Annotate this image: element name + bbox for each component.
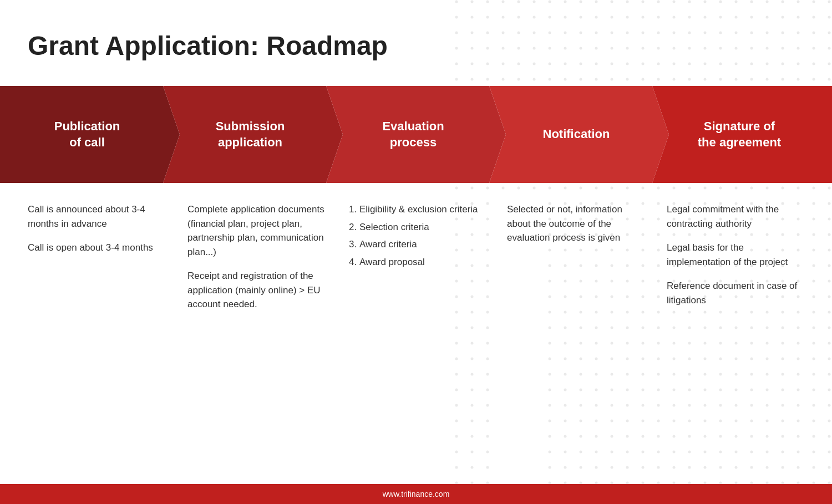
eval-item-2: Selection criteria: [359, 220, 485, 235]
banner-step-publication: Publicationof call: [0, 86, 180, 183]
col4-para1: Selected or not, information about the o…: [507, 202, 645, 245]
eval-item-4: Award proposal: [359, 255, 485, 269]
col-publication: Call is announced about 3-4 months in ad…: [17, 202, 176, 322]
col5-para1: Legal commitment with the contracting au…: [667, 202, 804, 231]
banner-step-notification: Notification: [489, 86, 669, 183]
banner-step-submission: Submissionapplication: [163, 86, 343, 183]
step-publication-label: Publicationof call: [54, 119, 120, 150]
col-evaluation: Eligibility & exclusion criteria Selecti…: [336, 202, 496, 322]
eval-item-3: Award criteria: [359, 237, 485, 252]
page-title: Grant Application: Roadmap: [28, 30, 388, 61]
evaluation-list: Eligibility & exclusion criteria Selecti…: [347, 202, 485, 269]
eval-item-1: Eligibility & exclusion criteria: [359, 202, 485, 217]
banner-step-signature: Signature ofthe agreement: [652, 86, 832, 183]
col5-para3: Reference document in case of litigation…: [667, 279, 804, 307]
step-signature-label: Signature ofthe agreement: [698, 119, 781, 150]
process-banner: Publicationof call Submissionapplication…: [0, 86, 832, 183]
col2-para1: Complete application documents (financia…: [187, 202, 325, 259]
banner-step-evaluation: Evaluationprocess: [326, 86, 506, 183]
step-submission-label: Submissionapplication: [216, 119, 285, 150]
footer-url: www.trifinance.com: [383, 490, 450, 498]
step-notification-label: Notification: [543, 126, 610, 142]
col-notification: Selected or not, information about the o…: [496, 202, 656, 322]
footer: www.trifinance.com: [0, 484, 832, 504]
col1-para1: Call is announced about 3-4 months in ad…: [28, 202, 165, 231]
content-area: Call is announced about 3-4 months in ad…: [0, 202, 832, 322]
col5-para2: Legal basis for the implementation of th…: [667, 241, 804, 269]
col1-para2: Call is open about 3-4 months: [28, 241, 165, 255]
col-signature: Legal commitment with the contracting au…: [656, 202, 815, 322]
col-submission: Complete application documents (financia…: [176, 202, 336, 322]
col2-para2: Receipt and registration of the applicat…: [187, 269, 325, 312]
step-evaluation-label: Evaluationprocess: [382, 119, 444, 150]
